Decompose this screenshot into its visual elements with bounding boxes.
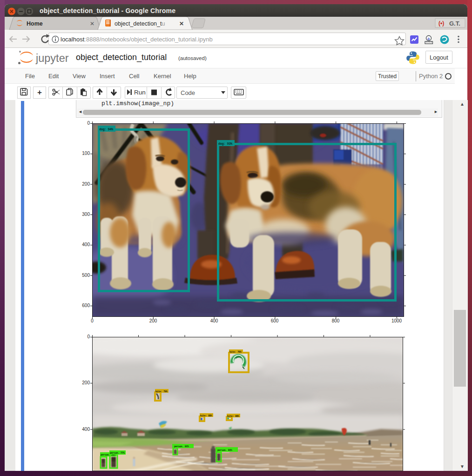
svg-text:G.T.: G.T.	[449, 20, 460, 27]
svg-text:Run: Run	[134, 89, 146, 96]
svg-text:kite: 76%: kite: 76%	[229, 350, 242, 354]
svg-text:person. 91%: person. 91%	[217, 449, 233, 452]
svg-text:person. 91%: person. 91%	[174, 445, 189, 448]
svg-text:dog: 93%: dog: 93%	[218, 142, 233, 146]
svg-text:(•): (•)	[438, 20, 444, 27]
svg-text:Home: Home	[27, 20, 43, 27]
svg-text:person. 77%: person. 77%	[110, 451, 125, 455]
svg-text:kite: 88%: kite: 88%	[200, 414, 213, 417]
svg-text:dog: 94%: dog: 94%	[99, 127, 114, 131]
svg-text:✕: ✕	[90, 20, 94, 27]
svg-text:✕: ✕	[179, 20, 184, 27]
svg-text:jupyter: jupyter	[35, 52, 69, 64]
svg-text:object_detection_tu: object_detection_tu	[115, 20, 165, 27]
svg-text:kite: 79%: kite: 79%	[155, 390, 168, 393]
svg-text:kite: 88%: kite: 88%	[227, 415, 240, 418]
